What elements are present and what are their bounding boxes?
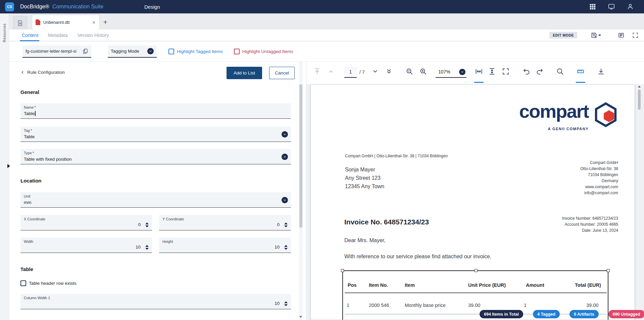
highlight-tagged-checkbox[interactable]: [168, 49, 174, 54]
fit-height-button[interactable]: [488, 67, 496, 75]
recipient-address: Sonja Mayer Any Street 123 12345 Any Tow…: [345, 165, 384, 191]
previous-page-button[interactable]: [327, 67, 335, 75]
x-coordinate-field[interactable]: X Coordinate 0: [20, 215, 152, 230]
width-stepper[interactable]: [145, 245, 149, 250]
unit-field[interactable]: Unit mm: [20, 192, 291, 208]
template-name-input[interactable]: fg-customer-letter-templ-si: [22, 45, 91, 58]
chevron-down-icon[interactable]: [282, 131, 288, 138]
go-to-last-page-button[interactable]: [385, 67, 393, 75]
add-to-list-button[interactable]: Add to List: [227, 67, 262, 79]
chevron-down-icon[interactable]: [282, 154, 288, 160]
column-width-1-stepper[interactable]: [284, 301, 288, 306]
scroll-up-icon[interactable]: [638, 86, 641, 88]
selection-handle-top-center[interactable]: [475, 269, 478, 272]
x-coordinate-stepper[interactable]: [145, 222, 149, 227]
tab-version-history[interactable]: Version History: [77, 33, 109, 38]
zoom-in-button[interactable]: [419, 67, 427, 75]
table-header-item-no: Item No.: [369, 282, 388, 288]
status-artifacts-badge[interactable]: 0 Artifacts: [569, 310, 599, 318]
zoom-out-button[interactable]: [405, 67, 413, 75]
stepper-down-icon[interactable]: [145, 248, 149, 250]
next-page-button[interactable]: [371, 67, 379, 75]
height-stepper[interactable]: [284, 245, 288, 250]
panel-expand-arrow-icon[interactable]: [7, 164, 10, 168]
stepper-down-icon[interactable]: [284, 225, 288, 227]
tag-value: Table: [24, 134, 35, 139]
brand-prefix: DocBridge®: [20, 4, 49, 9]
fullscreen-toggle-button[interactable]: [632, 32, 639, 39]
app-logo-text: CS: [7, 5, 12, 9]
zoom-level-select[interactable]: 107%: [436, 66, 466, 78]
highlight-untagged-checkbox[interactable]: [234, 49, 240, 54]
download-button[interactable]: [597, 67, 605, 75]
table-header-checkbox[interactable]: [20, 280, 26, 286]
apps-grid-icon: [589, 3, 596, 10]
width-field[interactable]: Width 10: [20, 237, 152, 253]
go-to-first-page-button[interactable]: [313, 67, 321, 75]
app-logo[interactable]: CS: [5, 2, 14, 11]
search-button[interactable]: [556, 67, 564, 75]
form-panel-scrollbar[interactable]: [299, 62, 303, 320]
full-page-view-button[interactable]: [502, 67, 510, 75]
tab-close-icon[interactable]: ×: [92, 19, 96, 25]
scrollbar-thumb[interactable]: [638, 90, 641, 110]
tab-content[interactable]: Content: [22, 33, 38, 38]
chevron-down-icon: [371, 67, 379, 75]
table-header-total: Total (EUR): [575, 282, 601, 288]
column-width-1-value: 10: [275, 301, 280, 306]
layout-list-button[interactable]: [618, 32, 625, 39]
user-account-button[interactable]: [627, 3, 634, 10]
feedback-icon: [608, 3, 615, 10]
tag-field[interactable]: Tag* Table: [20, 126, 291, 142]
scrollbar-thumb[interactable]: [299, 84, 302, 228]
status-items-total-badge[interactable]: 694 Items in Total: [480, 310, 523, 318]
rotate-right-button[interactable]: [536, 67, 544, 75]
tab-unbenannt[interactable]: Unbenannt.dtt ×: [32, 15, 100, 30]
y-coordinate-field[interactable]: Y Coordinate 0: [159, 215, 291, 230]
rotate-left-button[interactable]: [523, 67, 531, 75]
chevron-down-icon[interactable]: [282, 197, 288, 203]
fit-width-button[interactable]: [475, 67, 483, 75]
stepper-up-icon[interactable]: [284, 222, 288, 224]
x-coordinate-value: 0: [138, 222, 141, 227]
highlight-untagged-label: Highlight Untagged Items: [242, 49, 293, 54]
selection-handle-top-right[interactable]: [607, 269, 610, 272]
y-coordinate-stepper[interactable]: [284, 222, 288, 227]
menu-design[interactable]: Design: [144, 4, 160, 10]
height-field[interactable]: Height 10: [159, 237, 291, 253]
stepper-up-icon[interactable]: [284, 301, 288, 303]
apps-grid-button[interactable]: [589, 3, 596, 10]
preview-scrollbar[interactable]: [638, 84, 641, 320]
document-tab-bar: Unbenannt.dtt × +: [9, 13, 644, 30]
new-tab-button[interactable]: +: [100, 15, 111, 30]
stepper-down-icon[interactable]: [284, 248, 288, 250]
back-to-rule-configuration[interactable]: Rule Configuration: [20, 70, 65, 75]
stepper-down-icon[interactable]: [284, 304, 288, 306]
tab-metadata[interactable]: Metadata: [48, 33, 67, 38]
extract-pages-icon[interactable]: [83, 48, 88, 54]
tagging-mode-select[interactable]: Tagging Mode: [108, 45, 157, 58]
status-untagged-badge[interactable]: 690 Untagged: [608, 310, 644, 318]
table-header-amount: Amount: [526, 282, 544, 288]
zoom-in-icon: [419, 67, 427, 75]
scroll-down-icon[interactable]: [299, 316, 302, 318]
status-tagged-badge[interactable]: 4 Tagged: [533, 310, 560, 318]
cancel-button[interactable]: Cancel: [269, 67, 295, 79]
stepper-up-icon[interactable]: [284, 245, 288, 247]
stepper-down-icon[interactable]: [145, 225, 149, 227]
company-line: Otto-Lilienthal-Str. 38: [580, 166, 618, 172]
company-line: info@compart.com: [580, 190, 618, 196]
page-number-input[interactable]: 1: [344, 66, 357, 78]
selection-handle-top-left[interactable]: [341, 269, 344, 272]
tagging-ruler-button[interactable]: [577, 67, 585, 75]
feedback-button[interactable]: [608, 3, 615, 10]
zoom-out-icon: [405, 67, 413, 75]
table-cell-total: 39.00: [586, 303, 598, 308]
stepper-up-icon[interactable]: [145, 222, 149, 224]
column-width-1-field[interactable]: Column Width 1 10: [20, 294, 291, 309]
name-field[interactable]: Name* Table: [20, 103, 291, 119]
type-field[interactable]: Type* Table with fixed position: [20, 149, 291, 164]
preview-tab[interactable]: [13, 16, 27, 30]
save-button[interactable]: [591, 32, 601, 39]
stepper-up-icon[interactable]: [145, 245, 149, 247]
